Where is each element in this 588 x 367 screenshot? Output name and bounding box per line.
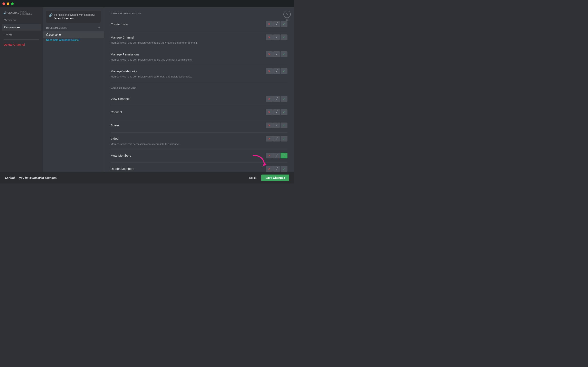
sidebar-category: 🔊 GENERAL VOICE CHANNELS [2,11,41,17]
deny-create-invite[interactable]: ✕ [266,21,273,27]
deny-speak[interactable]: ✕ [266,123,273,128]
deny-manage-permissions[interactable]: ✕ [266,51,273,57]
roles-label: ROLES/MEMBERS [46,27,67,29]
permission-manage-webhooks: Manage Webhooks ✕ ╱ ✓ Members with this … [111,65,287,82]
deny-connect[interactable]: ✕ [266,109,273,115]
neutral-create-invite[interactable]: ╱ [273,21,280,27]
help-permissions-link[interactable]: Need help with permissions? [43,36,83,42]
permission-create-invite: Create Invite ✕ ╱ ✓ [111,18,287,31]
sync-icon: 🔗 [49,13,53,17]
save-changes-button[interactable]: Save Changes [261,175,289,181]
permission-speak: Speak ✕ ╱ ✓ [111,119,287,133]
toggle-group-mute-members: ✕ ╱ ✓ [266,153,287,158]
voice-section: VOICE PERMISSIONS View Channel ✕ ╱ ✓ Con… [111,87,287,176]
allow-manage-channel[interactable]: ✓ [281,34,287,40]
deny-video[interactable]: ✕ [266,136,273,142]
permission-view-channel: View Channel ✕ ╱ ✓ [111,93,287,106]
deny-view-channel[interactable]: ✕ [266,96,273,102]
permission-manage-channel: Manage Channel ✕ ╱ ✓ Members with this p… [111,31,287,48]
neutral-connect[interactable]: ╱ [273,109,280,115]
deny-deafen-members[interactable]: ✕ [266,166,273,172]
voice-channel-icon: 🔊 [3,11,7,15]
allow-speak[interactable]: ✓ [281,123,287,128]
allow-create-invite[interactable]: ✓ [281,21,287,27]
toggle-group-speak: ✕ ╱ ✓ [266,123,287,128]
voice-section-title: VOICE PERMISSIONS [111,87,287,90]
general-section-title: GENERAL PERMISSIONS [111,12,287,15]
permission-name-video: Video [111,137,118,140]
toggle-group-connect: ✕ ╱ ✓ [266,109,287,115]
permission-manage-permissions: Manage Permissions ✕ ╱ ✓ Members with th… [111,48,287,65]
permission-name-create-invite: Create Invite [111,22,128,26]
deny-mute-members[interactable]: ✕ [266,153,273,158]
neutral-deafen-members[interactable]: ╱ [273,166,280,172]
sidebar-category-text: GENERAL [8,12,19,14]
deny-manage-channel[interactable]: ✕ [266,34,273,40]
sidebar-item-permissions[interactable]: Permissions [2,24,41,31]
main-content: ✕ ESC GENERAL PERMISSIONS Create Invite … [104,7,294,184]
layout: 🔊 GENERAL VOICE CHANNELS Overview Permis… [0,7,294,184]
permission-name-speak: Speak [111,124,120,127]
permission-desc-manage-permissions: Members with this permission can change … [111,58,287,62]
permission-desc-video: Members with this permission can stream … [111,142,287,146]
bottom-bar-text: Careful — you have unsaved changes! [5,176,244,179]
neutral-speak[interactable]: ╱ [273,123,280,128]
dot-yellow[interactable] [7,2,9,5]
allow-view-channel[interactable]: ✓ [281,96,287,102]
allow-deafen-members[interactable]: ✓ [281,166,287,172]
dot-green[interactable] [11,2,14,5]
toggle-group-deafen-members: ✕ ╱ ✓ [266,166,287,172]
sidebar: 🔊 GENERAL VOICE CHANNELS Overview Permis… [0,7,43,184]
toggle-group-manage-permissions: ✕ ╱ ✓ [266,51,287,57]
permission-name-manage-channel: Manage Channel [111,36,134,39]
toggle-group-manage-channel: ✕ ╱ ✓ [266,34,287,40]
toggle-group-create-invite: ✕ ╱ ✓ [266,21,287,27]
permission-desc-manage-channel: Members with this permission can change … [111,41,287,45]
neutral-mute-members[interactable]: ╱ [273,153,280,158]
sync-text-bold: Voice Channels [54,17,74,20]
permission-name-manage-webhooks: Manage Webhooks [111,69,137,73]
add-role-button[interactable]: ⊕ [97,26,101,30]
dot-red[interactable] [2,2,5,5]
middle-panel: 🔗 Permissions synced with category: Voic… [43,7,104,184]
allow-video[interactable]: ✓ [281,136,287,142]
sync-banner-text: Permissions synced with category: Voice … [54,13,98,20]
allow-mute-members[interactable]: ✓ [281,153,287,158]
permission-desc-manage-webhooks: Members with this permission can create,… [111,75,287,78]
sidebar-category-sub: VOICE CHANNELS [20,11,40,15]
permission-video: Video ✕ ╱ ✓ Members with this permission… [111,133,287,150]
bottom-bar: Careful — you have unsaved changes! Rese… [0,172,294,184]
neutral-view-channel[interactable]: ╱ [273,96,280,102]
neutral-video[interactable]: ╱ [273,136,280,142]
allow-connect[interactable]: ✓ [281,109,287,115]
sidebar-item-invites[interactable]: Invites [2,31,41,38]
titlebar [0,0,294,7]
permission-name-connect: Connect [111,110,122,114]
permission-connect: Connect ✕ ╱ ✓ [111,106,287,119]
close-label: ESC [283,19,291,21]
permission-name-view-channel: View Channel [111,97,130,100]
unsaved-changes-text: Careful — you have unsaved changes! [5,176,57,179]
roles-header: ROLES/MEMBERS ⊕ [43,26,104,30]
reset-button[interactable]: Reset [247,175,258,180]
allow-manage-webhooks[interactable]: ✓ [281,68,287,74]
toggle-group-view-channel: ✕ ╱ ✓ [266,96,287,102]
sidebar-divider [4,39,39,40]
sidebar-item-overview[interactable]: Overview [2,17,41,24]
permission-name-mute-members: Mute Members [111,154,131,157]
permission-mute-members: Mute Members ✕ ╱ ✓ [111,150,287,163]
allow-manage-permissions[interactable]: ✓ [281,51,287,57]
neutral-manage-webhooks[interactable]: ╱ [273,68,280,74]
toggle-group-manage-webhooks: ✕ ╱ ✓ [266,68,287,74]
toggle-group-video: ✕ ╱ ✓ [266,136,287,142]
sync-banner: 🔗 Permissions synced with category: Voic… [46,11,101,23]
neutral-manage-channel[interactable]: ╱ [273,34,280,40]
permission-name-manage-permissions: Manage Permissions [111,53,139,56]
permission-name-deafen-members: Deafen Members [111,167,134,170]
sync-text-before: Permissions synced with category: [54,13,95,16]
deny-manage-webhooks[interactable]: ✕ [266,68,273,74]
neutral-manage-permissions[interactable]: ╱ [273,51,280,57]
sidebar-item-delete-channel[interactable]: Delete Channel [2,41,41,48]
close-button[interactable]: ✕ [283,11,291,18]
